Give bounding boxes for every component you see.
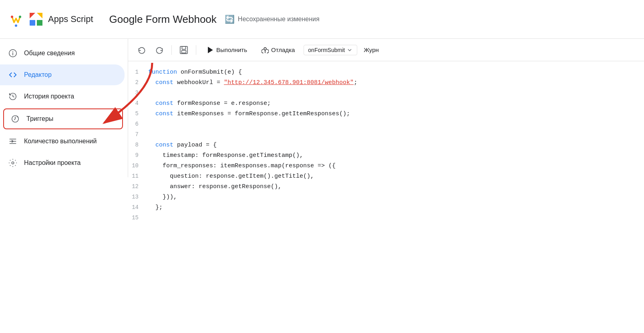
svg-marker-18 bbox=[208, 47, 213, 53]
sidebar-executions-label: Количество выполнений bbox=[24, 138, 97, 145]
line-num-9: 9 bbox=[128, 151, 148, 160]
sidebar-wrapper: Общие сведения Редактор bbox=[0, 39, 128, 333]
code-line-7: 7 bbox=[128, 130, 644, 140]
svg-rect-4 bbox=[30, 20, 35, 26]
code-line-11: 11 question: response.getItem().getTitle… bbox=[128, 172, 644, 182]
sidebar-item-overview[interactable]: Общие сведения bbox=[0, 43, 125, 64]
line-num-5: 5 bbox=[128, 109, 148, 118]
code-line-5: 5 const itemResponses = formResponse.get… bbox=[128, 109, 644, 120]
line-num-1: 1 bbox=[128, 68, 148, 76]
sidebar-item-history[interactable]: История проекта bbox=[0, 86, 125, 107]
code-line-9: 9 timestamp: formResponse.getTimestamp()… bbox=[128, 151, 644, 161]
sidebar-item-triggers[interactable]: Триггеры bbox=[3, 108, 123, 129]
unsaved-label: Несохраненные изменения bbox=[238, 16, 320, 23]
svg-point-2 bbox=[15, 24, 17, 27]
code-line-10: 10 form_responses: itemResponses.map(res… bbox=[128, 161, 644, 172]
line-content-14: }; bbox=[148, 203, 644, 213]
save-button[interactable] bbox=[177, 43, 191, 57]
line-content-2: const webhookUrl = "http://12.345.678.90… bbox=[148, 78, 644, 88]
line-content-13: })), bbox=[148, 193, 644, 202]
function-selector[interactable]: onFormSubmit bbox=[304, 45, 357, 55]
svg-point-0 bbox=[11, 16, 13, 18]
unsaved-indicator: 🔄 Несохраненные изменения bbox=[225, 14, 320, 24]
code-line-6: 6 bbox=[128, 120, 644, 130]
line-content-12: answer: response.getResponse(), bbox=[148, 182, 644, 192]
line-num-14: 14 bbox=[128, 203, 148, 212]
apps-script-logo-svg bbox=[28, 11, 44, 27]
line-num-4: 4 bbox=[128, 99, 148, 108]
line-content-4: const formResponse = e.response; bbox=[148, 99, 644, 108]
code-line-3: 3 bbox=[128, 88, 644, 99]
sidebar-history-label: История проекта bbox=[24, 93, 74, 100]
undo-button[interactable] bbox=[135, 43, 149, 57]
history-icon bbox=[8, 92, 18, 101]
redo-button[interactable] bbox=[152, 43, 167, 57]
line-content-8: const payload = { bbox=[148, 140, 644, 150]
line-num-8: 8 bbox=[128, 140, 148, 149]
svg-rect-15 bbox=[180, 46, 187, 53]
toolbar-divider-2 bbox=[196, 45, 196, 55]
code-line-13: 13 })), bbox=[128, 193, 644, 203]
svg-rect-17 bbox=[182, 50, 186, 52]
line-content-1: function onFormSubmit(e) { bbox=[148, 68, 644, 77]
sidebar-settings-label: Настройки проекта bbox=[24, 159, 80, 166]
line-num-2: 2 bbox=[128, 78, 148, 87]
line-content-5: const itemResponses = formResponse.getIt… bbox=[148, 109, 644, 119]
triggers-icon bbox=[10, 114, 20, 124]
sidebar-overview-label: Общие сведения bbox=[24, 50, 75, 57]
line-num-10: 10 bbox=[128, 161, 148, 170]
info-icon bbox=[8, 48, 18, 58]
svg-marker-12 bbox=[12, 140, 14, 142]
line-num-6: 6 bbox=[128, 120, 148, 128]
line-num-11: 11 bbox=[128, 172, 148, 181]
toolbar-divider-1 bbox=[171, 45, 172, 55]
code-line-2: 2 const webhookUrl = "http://12.345.678.… bbox=[128, 78, 644, 88]
debug-label: Отладка bbox=[271, 46, 295, 53]
header: Apps Script Google Form Webhook 🔄 Несохр… bbox=[0, 0, 644, 39]
sidebar-triggers-label: Триггеры bbox=[26, 115, 53, 122]
sidebar-item-executions[interactable]: Количество выполнений bbox=[0, 131, 125, 152]
line-content-11: question: response.getItem().getTitle(), bbox=[148, 172, 644, 181]
sidebar: Общие сведения Редактор bbox=[0, 39, 128, 177]
line-content-15 bbox=[148, 213, 644, 223]
line-num-13: 13 bbox=[128, 193, 148, 201]
debug-button[interactable]: Отладка bbox=[256, 44, 300, 56]
logs-button[interactable]: Журн bbox=[360, 44, 382, 56]
line-num-15: 15 bbox=[128, 213, 148, 222]
code-line-1: 1 function onFormSubmit(e) { bbox=[128, 68, 644, 78]
run-button[interactable]: Выполнить bbox=[201, 44, 253, 56]
editor-area: Выполнить Отладка onFormSubmit Журн 1 fu… bbox=[128, 39, 644, 333]
sidebar-item-editor[interactable]: Редактор bbox=[0, 64, 125, 85]
line-content-9: timestamp: formResponse.getTimestamp(), bbox=[148, 151, 644, 160]
line-content-7 bbox=[148, 130, 644, 140]
main-layout: Общие сведения Редактор bbox=[0, 39, 644, 333]
line-content-3 bbox=[148, 88, 644, 98]
app-name-label: Apps Script bbox=[48, 14, 93, 24]
sidebar-item-settings[interactable]: Настройки проекта bbox=[0, 152, 125, 173]
svg-rect-16 bbox=[182, 46, 185, 49]
code-line-14: 14 }; bbox=[128, 203, 644, 213]
line-num-7: 7 bbox=[128, 130, 148, 139]
app-logo[interactable]: Apps Script bbox=[8, 11, 93, 27]
line-content-10: form_responses: itemResponses.map(respon… bbox=[148, 161, 644, 171]
svg-point-1 bbox=[19, 16, 21, 18]
project-name-label: Google Form Webhook bbox=[109, 13, 217, 26]
code-editor[interactable]: 1 function onFormSubmit(e) { 2 const web… bbox=[128, 61, 644, 333]
code-line-8: 8 const payload = { bbox=[128, 140, 644, 151]
settings-icon bbox=[8, 158, 18, 168]
line-content-6 bbox=[148, 120, 644, 129]
line-num-3: 3 bbox=[128, 88, 148, 97]
code-icon bbox=[8, 70, 18, 80]
code-line-12: 12 answer: response.getResponse(), bbox=[128, 182, 644, 193]
svg-point-13 bbox=[12, 162, 14, 164]
apps-script-logo-icon bbox=[8, 11, 24, 27]
code-line-15: 15 bbox=[128, 213, 644, 224]
line-num-12: 12 bbox=[128, 182, 148, 191]
executions-icon bbox=[8, 136, 18, 146]
toolbar: Выполнить Отладка onFormSubmit Журн bbox=[128, 39, 644, 61]
sidebar-editor-label: Редактор bbox=[24, 71, 52, 78]
code-line-4: 4 const formResponse = e.response; bbox=[128, 99, 644, 109]
run-label: Выполнить bbox=[216, 46, 247, 53]
function-selector-label: onFormSubmit bbox=[308, 47, 345, 53]
unsaved-icon: 🔄 bbox=[225, 14, 235, 24]
